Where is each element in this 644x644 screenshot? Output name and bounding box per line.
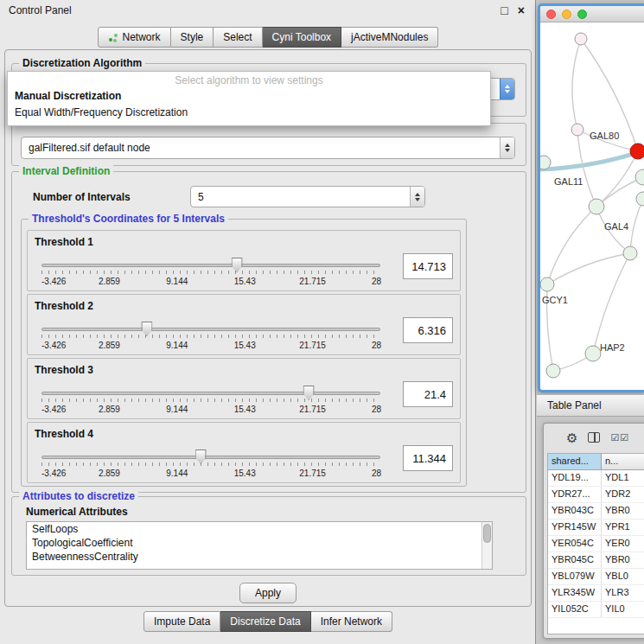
cell-name[interactable]: YDL1 xyxy=(602,470,644,486)
num-intervals-combobox[interactable]: 5 xyxy=(190,186,425,207)
settings-gear-icon[interactable]: ⚙ xyxy=(566,431,577,444)
threshold-value-field[interactable]: 21.4 xyxy=(403,381,453,407)
cell-shared-name[interactable]: YBR045C xyxy=(548,552,602,568)
network-edge[interactable] xyxy=(630,199,643,253)
threshold-panel: Threshold 4 -3.4262.8599.14415.4321.7152… xyxy=(27,422,461,483)
column-header-name[interactable]: n... xyxy=(602,454,644,469)
attribute-list-item[interactable]: TopologicalCoefficient xyxy=(27,536,492,550)
tab-jactivemnodules[interactable]: jActiveMNodules xyxy=(341,27,438,48)
threshold-slider[interactable]: -3.4262.8599.14415.4321.71528 xyxy=(38,443,384,481)
tab-impute-data[interactable]: Impute Data xyxy=(143,611,220,632)
slider-scale-label: 2.859 xyxy=(99,469,120,478)
cell-shared-name[interactable]: YBR043C xyxy=(548,503,602,519)
network-node[interactable] xyxy=(540,277,554,291)
threshold-value-field[interactable]: 11.344 xyxy=(403,445,453,471)
minimize-traffic-light-icon[interactable] xyxy=(562,10,571,19)
numerical-attributes-list: SelfLoopsTopologicalCoefficientBetweenne… xyxy=(26,521,493,570)
zoom-traffic-light-icon[interactable] xyxy=(577,10,587,19)
tab-infer-network[interactable]: Infer Network xyxy=(311,611,392,632)
slider-scale-label: 15.43 xyxy=(234,277,256,286)
close-traffic-light-icon[interactable] xyxy=(546,10,556,19)
slider-scale-label: 15.43 xyxy=(234,341,256,350)
slider-track[interactable] xyxy=(41,392,380,395)
cell-shared-name[interactable]: YER054C xyxy=(548,536,602,552)
threshold-panel: Threshold 3 -3.4262.8599.14415.4321.7152… xyxy=(27,358,461,419)
tab-discretize-data[interactable]: Discretize Data xyxy=(220,611,310,632)
list-scrollbar[interactable] xyxy=(481,522,492,569)
network-node[interactable] xyxy=(623,246,637,260)
algorithm-option-manual-discretization[interactable]: Manual Discretization xyxy=(8,88,490,105)
cell-name[interactable]: YPR1 xyxy=(602,520,644,535)
table-row[interactable]: YIL052CYIL0 xyxy=(548,602,644,618)
table-row[interactable]: YLR345WYLR3 xyxy=(548,585,644,602)
slider-ticks xyxy=(41,335,380,338)
cell-name[interactable]: YDR2 xyxy=(602,487,644,502)
network-node[interactable] xyxy=(636,192,644,206)
table-row[interactable]: YPR145WYPR1 xyxy=(548,520,644,536)
column-header-shared-name[interactable]: shared... xyxy=(548,454,602,469)
table-row[interactable]: YBR043CYBR0 xyxy=(548,503,644,520)
tab-network[interactable]: Network xyxy=(98,27,171,48)
table-data-combobox[interactable]: galFiltered.sif default node xyxy=(21,137,515,159)
slider-scale-label: 21.715 xyxy=(299,469,326,478)
table-row[interactable]: YBR045CYBR0 xyxy=(548,552,644,569)
network-node[interactable] xyxy=(589,199,604,214)
network-node[interactable] xyxy=(540,156,551,169)
network-edge[interactable] xyxy=(547,207,596,284)
threshold-slider[interactable]: -3.4262.8599.14415.4321.71528 xyxy=(38,316,384,354)
table-row[interactable]: YER054CYER0 xyxy=(548,536,644,552)
combo-stepper-icon xyxy=(500,137,514,158)
combo-stepper-icon xyxy=(500,79,514,99)
slider-track[interactable] xyxy=(41,328,380,331)
network-node[interactable] xyxy=(571,124,583,136)
tab-style[interactable]: Style xyxy=(171,27,214,48)
table-row[interactable]: YDL19...YDL1 xyxy=(548,470,644,487)
cell-name[interactable]: YER0 xyxy=(602,536,644,552)
slider-track[interactable] xyxy=(41,264,380,267)
threshold-slider[interactable]: -3.4262.8599.14415.4321.71528 xyxy=(38,379,384,418)
select-columns-icon[interactable]: ☑☑ xyxy=(610,433,629,443)
cell-shared-name[interactable]: YIL052C xyxy=(548,602,602,617)
attribute-list-item[interactable]: BetweennessCentrality xyxy=(27,550,492,564)
algorithm-dropdown-popup: Select algorithm to view settings Manual… xyxy=(7,71,491,126)
cell-shared-name[interactable]: YDL19... xyxy=(548,470,602,486)
cell-name[interactable]: YIL0 xyxy=(602,602,644,617)
apply-button[interactable]: Apply xyxy=(239,583,296,603)
table-panel-window: ⚙ ☑☑ shared... n... YDL19...YDL1YDR27...… xyxy=(543,423,644,639)
tab-select[interactable]: Select xyxy=(214,27,262,48)
show-columns-icon[interactable] xyxy=(588,432,600,443)
slider-track[interactable] xyxy=(41,456,380,459)
threshold-label: Threshold 2 xyxy=(35,300,93,312)
network-node[interactable] xyxy=(635,169,644,185)
network-node-selected[interactable] xyxy=(630,143,644,159)
table-row[interactable]: YDR27...YDR2 xyxy=(548,487,644,503)
table-row[interactable]: YBL079WYBL0 xyxy=(548,569,644,585)
network-edge[interactable] xyxy=(540,149,644,169)
network-edge[interactable] xyxy=(577,130,596,207)
cell-name[interactable]: YBR0 xyxy=(602,503,644,519)
cell-name[interactable]: YBL0 xyxy=(602,569,644,584)
cell-name[interactable]: YLR3 xyxy=(602,585,644,601)
close-window-icon[interactable]: × xyxy=(518,4,525,16)
network-window-titlebar[interactable] xyxy=(540,6,644,22)
threshold-value-field[interactable]: 6.316 xyxy=(403,317,453,343)
scrollbar-thumb[interactable] xyxy=(483,524,491,543)
tab-cyni-toolbox[interactable]: Cyni Toolbox xyxy=(263,27,341,48)
slider-scale-label: 21.715 xyxy=(299,405,326,414)
attribute-list-item[interactable]: SelfLoops xyxy=(27,522,492,536)
threshold-slider[interactable]: -3.4262.8599.14415.4321.71528 xyxy=(38,252,384,290)
network-edge[interactable] xyxy=(593,253,630,354)
cell-shared-name[interactable]: YDR27... xyxy=(548,487,602,502)
cell-name[interactable]: YBR0 xyxy=(602,552,644,568)
algorithm-option-equal-width-frequency-discretization[interactable]: Equal Width/Frequency Discretization xyxy=(8,105,490,121)
float-window-icon[interactable]: □ xyxy=(501,4,507,16)
cell-shared-name[interactable]: YPR145W xyxy=(548,520,602,535)
network-node[interactable] xyxy=(546,364,560,378)
cell-shared-name[interactable]: YLR345W xyxy=(548,585,602,601)
network-node[interactable] xyxy=(585,346,601,361)
threshold-value-field[interactable]: 14.713 xyxy=(403,253,453,279)
network-canvas[interactable]: GAL80GAL11GAL4GCY1HAP2 xyxy=(540,22,644,389)
network-node[interactable] xyxy=(575,33,587,45)
cell-shared-name[interactable]: YBL079W xyxy=(548,569,602,584)
network-edge[interactable] xyxy=(572,39,581,130)
